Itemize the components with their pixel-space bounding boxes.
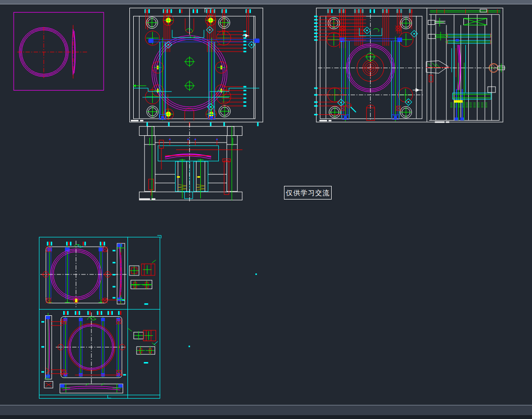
- cad-application-window: 仅供学习交流: [0, 0, 532, 419]
- stray-point: [189, 346, 190, 347]
- view-caption-mark: [319, 120, 332, 121]
- moving-half-plan-view: [130, 8, 263, 126]
- detail-part: [128, 328, 156, 346]
- cavity-circle-moving-half: [152, 36, 227, 110]
- window-statusband: [0, 405, 532, 416]
- side-bolt: [428, 18, 445, 27]
- plate-detail-sheet: [39, 236, 161, 399]
- plate-bar: [47, 246, 52, 303]
- part-front-side-view: [14, 12, 104, 90]
- view-caption-mark: [140, 199, 156, 200]
- plate-bar: [99, 246, 104, 303]
- watermark-box: 仅供学习交流: [284, 186, 332, 200]
- fixed-half-side-section-view: [426, 9, 505, 123]
- eyebolt-cross-box: [464, 18, 487, 25]
- plate-side-view: [112, 243, 125, 305]
- window-footer-edge: [0, 415, 532, 419]
- detail-part: [129, 260, 156, 275]
- plate-front-profile-view: [60, 382, 123, 393]
- window-titlebar[interactable]: [0, 0, 532, 4]
- plate-left-side-view: [41, 313, 53, 388]
- ejector-tower: [176, 159, 190, 199]
- horizontal-bolt: [445, 39, 492, 44]
- horizontal-bolt: [445, 33, 492, 38]
- plate-bottom-view: [51, 311, 127, 382]
- view-caption-mark: [435, 121, 449, 123]
- latch-key: [346, 103, 356, 112]
- moving-half-section-view: [139, 123, 242, 202]
- lens-section: [165, 150, 242, 159]
- stray-point: [255, 273, 257, 275]
- watermark-text: 仅供学习交流: [286, 189, 330, 196]
- detail-part: [131, 280, 152, 290]
- view-caption-mark: [131, 120, 143, 121]
- cad-canvas[interactable]: [0, 4, 532, 405]
- detail-part: [136, 341, 158, 355]
- ejector-tower: [194, 159, 208, 199]
